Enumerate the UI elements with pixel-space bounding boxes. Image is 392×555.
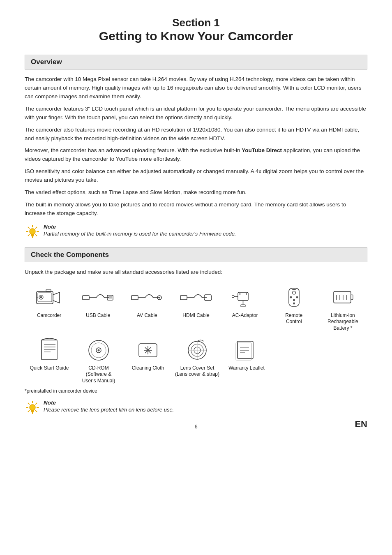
components-heading-box: Check the Components bbox=[25, 247, 367, 262]
note-content-1: Note Partial memory of the built-in memo… bbox=[44, 224, 236, 238]
svg-point-42 bbox=[292, 291, 295, 294]
quick-start-label: Quick Start Guide bbox=[30, 365, 69, 372]
svg-line-5 bbox=[28, 227, 30, 228]
component-camcorder: Camcorder bbox=[25, 283, 74, 333]
warranty-icon bbox=[234, 338, 259, 363]
svg-rect-18 bbox=[83, 296, 89, 300]
page-footer: 6 EN bbox=[25, 423, 367, 430]
component-usb-cable: USB Cable bbox=[74, 283, 122, 333]
cdrom-label: CD-ROM(Software &User's Manual) bbox=[82, 365, 115, 384]
components-intro: Unpack the package and make sure all sta… bbox=[25, 268, 367, 277]
svg-rect-75 bbox=[236, 343, 251, 360]
svg-rect-25 bbox=[131, 296, 138, 300]
note-icon-2 bbox=[25, 400, 40, 416]
overview-para-4: Moreover, the camcorder has an advanced … bbox=[25, 146, 367, 164]
svg-point-68 bbox=[147, 349, 149, 352]
components-row-2: Quick Start Guide CD-ROM(Software &User'… bbox=[25, 336, 367, 386]
svg-line-86 bbox=[36, 403, 37, 405]
note-text-2: Please remove the lens protect film on l… bbox=[44, 406, 174, 414]
svg-point-15 bbox=[40, 296, 42, 298]
cleaning-cloth-label: Cleaning Cloth bbox=[132, 365, 164, 372]
camcorder-icon bbox=[36, 285, 62, 310]
component-battery: Lithium-ionRechargeableBattery * bbox=[318, 283, 367, 333]
components-footnote: *preinstalled in camcorder device bbox=[25, 388, 367, 394]
av-cable-label: AV Cable bbox=[137, 312, 157, 319]
component-warranty: Warranty Leaflet bbox=[222, 336, 271, 386]
svg-point-44 bbox=[296, 296, 298, 298]
page-number: 6 bbox=[194, 423, 197, 430]
en-label: EN bbox=[355, 419, 367, 430]
overview-para-5: ISO sensitivity and color balance can ei… bbox=[25, 167, 367, 185]
page-header: Section 1 Getting to Know Your Camcorder bbox=[25, 16, 367, 43]
component-cdrom: CD-ROM(Software &User's Manual) bbox=[74, 336, 123, 386]
svg-rect-89 bbox=[31, 412, 34, 412]
ac-adaptor-icon bbox=[232, 285, 258, 310]
component-lens-cover: Lens Cover Set(Lens cover & strap) bbox=[173, 336, 222, 386]
svg-line-84 bbox=[28, 403, 30, 405]
component-quick-start: Quick Start Guide bbox=[25, 336, 74, 386]
overview-para-2: The camcorder features 3" LCD touch pane… bbox=[25, 105, 367, 122]
overview-content: The camcorder with 10 Mega Pixel sensor … bbox=[25, 75, 367, 218]
ac-adaptor-label: AC-Adaptor bbox=[232, 312, 258, 319]
component-remote: RemoteControl bbox=[270, 283, 318, 333]
lens-cover-icon bbox=[184, 338, 211, 363]
svg-rect-9 bbox=[31, 234, 34, 236]
components-heading: Check the Components bbox=[31, 251, 361, 259]
remote-label: RemoteControl bbox=[285, 312, 302, 325]
overview-para-7: The built-in memory allows you to take p… bbox=[25, 201, 367, 218]
bold-youtube: YouTube Direct bbox=[242, 147, 282, 153]
svg-rect-12 bbox=[38, 293, 52, 302]
cdrom-icon bbox=[86, 338, 111, 363]
note-title-1: Note bbox=[44, 224, 236, 230]
svg-point-29 bbox=[159, 297, 160, 298]
svg-line-87 bbox=[28, 411, 30, 412]
cleaning-cloth-icon bbox=[136, 338, 160, 363]
hdmi-cable-label: HDMI Cable bbox=[182, 312, 209, 319]
note-content-2: Note Please remove the lens protect film… bbox=[44, 400, 174, 414]
camcorder-label: Camcorder bbox=[37, 312, 61, 319]
svg-rect-34 bbox=[238, 292, 248, 301]
svg-line-8 bbox=[28, 235, 30, 236]
note-text-1: Partial memory of the built-in memory is… bbox=[44, 230, 236, 238]
svg-marker-13 bbox=[53, 292, 60, 303]
overview-heading: Overview bbox=[31, 58, 361, 66]
svg-line-85 bbox=[36, 411, 37, 412]
svg-point-46 bbox=[293, 303, 295, 305]
svg-rect-88 bbox=[31, 410, 34, 412]
lens-cover-label: Lens Cover Set(Lens cover & strap) bbox=[175, 365, 219, 378]
svg-rect-47 bbox=[292, 289, 296, 290]
battery-icon bbox=[332, 285, 354, 310]
components-row-1: Camcorder USB Cable bbox=[25, 283, 367, 333]
svg-point-43 bbox=[290, 296, 292, 298]
usb-cable-label: USB Cable bbox=[86, 312, 110, 319]
component-hdmi-cable: HDMI Cable bbox=[171, 283, 220, 333]
overview-para-3: The camcorder also features movie record… bbox=[25, 126, 367, 143]
note-block-2: Note Please remove the lens protect film… bbox=[25, 400, 367, 416]
svg-rect-38 bbox=[241, 305, 245, 307]
svg-point-0 bbox=[30, 229, 35, 234]
av-cable-icon bbox=[131, 285, 164, 310]
svg-point-62 bbox=[98, 349, 100, 351]
component-cleaning-cloth: Cleaning Cloth bbox=[123, 336, 173, 386]
svg-rect-74 bbox=[238, 341, 253, 358]
svg-rect-30 bbox=[180, 296, 187, 300]
note-block-1: Note Partial memory of the built-in memo… bbox=[25, 224, 367, 240]
section-label: Section 1 bbox=[25, 16, 367, 29]
overview-para-6: The varied effect options, such as Time … bbox=[25, 188, 367, 197]
warranty-label: Warranty Leaflet bbox=[228, 365, 265, 372]
hdmi-cable-icon bbox=[180, 285, 212, 310]
svg-rect-10 bbox=[31, 236, 34, 236]
battery-label: Lithium-ionRechargeableBattery * bbox=[327, 312, 358, 332]
usb-cable-icon bbox=[82, 285, 115, 310]
note-icon-1 bbox=[25, 224, 40, 240]
note-title-2: Note bbox=[44, 400, 174, 406]
overview-heading-box: Overview bbox=[25, 55, 367, 69]
svg-line-7 bbox=[36, 227, 37, 228]
component-ac-adaptor: AC-Adaptor bbox=[221, 283, 270, 333]
svg-rect-54 bbox=[42, 340, 57, 360]
component-av-cable: AV Cable bbox=[122, 283, 171, 333]
svg-point-79 bbox=[30, 405, 35, 410]
quick-start-icon bbox=[38, 338, 61, 363]
svg-line-6 bbox=[36, 235, 37, 236]
remote-icon bbox=[283, 285, 305, 310]
